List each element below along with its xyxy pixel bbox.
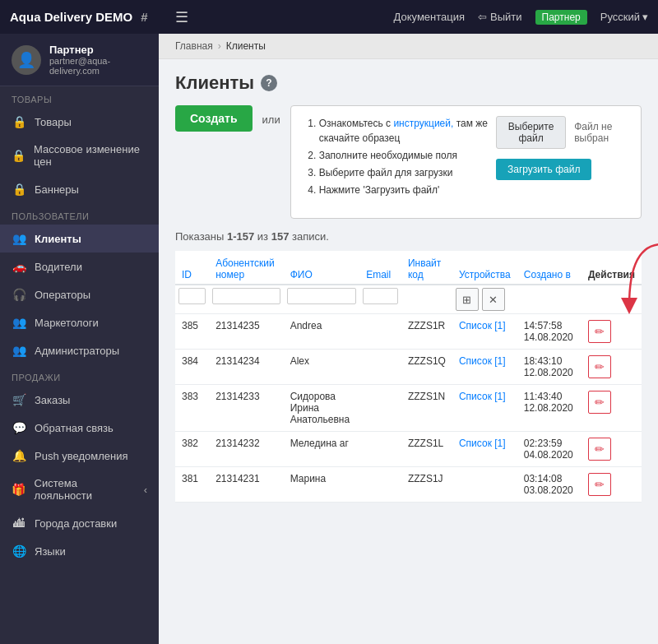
grid-icon-button[interactable]: ⊞ — [456, 288, 479, 311]
upload-button[interactable]: Загрузить файл — [496, 159, 591, 180]
devices-link[interactable]: Список [1] — [459, 391, 506, 402]
push-icon: 🔔 — [12, 449, 26, 462]
logout-button[interactable]: ⇦ Выйти — [478, 11, 522, 23]
col-subscriber[interactable]: Абонентскийномер — [209, 251, 283, 285]
edit-button[interactable]: ✏ — [588, 320, 611, 343]
col-name[interactable]: ФИО — [284, 251, 360, 285]
filter-name — [284, 285, 360, 314]
instruction-link[interactable]: инструкцией, — [393, 118, 453, 129]
sidebar-item-banners-label: Баннеры — [35, 183, 79, 196]
layout: 👤 Партнер partner@aqua-delivery.com Това… — [0, 34, 658, 644]
sidebar-item-languages-label: Языки — [35, 545, 66, 558]
sidebar-item-push[interactable]: 🔔 Push уведомления — [0, 442, 159, 470]
sidebar-item-orders[interactable]: 🛒 Заказы — [0, 386, 159, 414]
sidebar-item-feedback[interactable]: 💬 Обратная связь — [0, 414, 159, 442]
sidebar-item-clients[interactable]: 👥 Клиенты — [0, 225, 159, 253]
edit-button[interactable]: ✏ — [588, 355, 611, 378]
clients-table: ID Абонентскийномер ФИО Email Инвайткод … — [175, 251, 642, 503]
edit-button[interactable]: ✏ — [588, 438, 611, 461]
edit-button[interactable]: ✏ — [588, 391, 611, 414]
table-row: 382 21314232 Меледина аг ZZZS1L Список [… — [175, 432, 642, 467]
lang-label: Русский — [600, 11, 640, 23]
top-nav: Aqua Delivery DEMO # ☰ Документация ⇦ Вы… — [0, 0, 658, 34]
upload-steps: Ознакомьтесь с инструкцией, там же скача… — [304, 116, 488, 200]
edit-button[interactable]: ✏ — [588, 473, 611, 496]
col-devices: Устройства — [452, 251, 517, 285]
doc-link[interactable]: Документация — [394, 11, 466, 23]
upload-instructions: Ознакомьтесь с инструкцией, там же скача… — [304, 116, 628, 200]
lock-icon-goods: 🔒 — [12, 115, 26, 128]
sidebar-item-marketers[interactable]: 👥 Маркетологи — [0, 308, 159, 336]
sidebar-item-goods[interactable]: 🔒 Товары — [0, 108, 159, 136]
cell-subscriber: 21314235 — [209, 314, 283, 350]
cell-devices: Список [1] — [452, 385, 517, 432]
devices-link[interactable]: Список [1] — [459, 320, 506, 331]
upload-step-3: Выберите файл для загрузки — [319, 165, 488, 180]
hamburger-icon[interactable]: ☰ — [175, 8, 188, 26]
breadcrumb-home[interactable]: Главная — [175, 40, 213, 52]
sidebar-item-marketers-label: Маркетологи — [35, 317, 99, 329]
devices-link[interactable]: Список [1] — [459, 438, 506, 449]
cell-subscriber: 21314231 — [209, 467, 283, 503]
clear-icon-button[interactable]: ✕ — [482, 288, 505, 311]
feedback-icon: 💬 — [12, 421, 26, 434]
cell-id: 384 — [175, 350, 209, 385]
cell-devices: Список [1] — [452, 350, 517, 385]
sidebar-item-mass-price[interactable]: 🔒 Массовое изменение цен — [0, 136, 159, 175]
devices-link[interactable]: Список [1] — [459, 355, 506, 367]
create-button[interactable]: Создать — [175, 105, 253, 132]
cell-email — [359, 314, 401, 350]
cell-id: 385 — [175, 314, 209, 350]
cell-created: 18:43:10 12.08.2020 — [517, 350, 582, 385]
no-file-text: Файл не выбран — [574, 121, 628, 144]
sidebar-item-drivers[interactable]: 🚗 Водители — [0, 253, 159, 280]
upload-step-2: Заполните необходимые поля — [319, 148, 488, 163]
operators-icon: 🎧 — [12, 288, 26, 301]
cell-id: 383 — [175, 385, 209, 432]
cell-email — [359, 432, 401, 467]
sidebar-item-languages[interactable]: 🌐 Языки — [0, 537, 159, 565]
choose-file-button[interactable]: Выберите файл — [496, 116, 566, 149]
col-email[interactable]: Email — [359, 251, 401, 285]
sidebar-item-operators[interactable]: 🎧 Операторы — [0, 280, 159, 308]
cell-email — [359, 350, 401, 385]
help-icon[interactable]: ? — [261, 75, 277, 91]
avatar: 👤 — [12, 45, 41, 75]
records-range: 1-157 — [227, 230, 254, 243]
device-filter-icons: ⊞ ✕ — [456, 288, 514, 311]
filter-subscriber-input[interactable] — [212, 288, 280, 304]
page-title: Клиенты — [175, 72, 254, 94]
upload-step-4: Нажмите 'Загрузить файл' — [319, 183, 488, 197]
filter-email — [359, 285, 401, 314]
filter-invite — [401, 285, 452, 314]
languages-icon: 🌐 — [12, 544, 26, 558]
cell-id: 381 — [175, 467, 209, 503]
col-id[interactable]: ID — [175, 251, 209, 285]
sidebar-item-banners[interactable]: 🔒 Баннеры — [0, 175, 159, 203]
cell-invite: ZZZS1N — [401, 385, 452, 432]
sidebar-item-clients-label: Клиенты — [35, 233, 81, 245]
sidebar-item-admins[interactable]: 👥 Администраторы — [0, 336, 159, 364]
table-row: 383 21314233 Сидорова Ирина Анатольевна … — [175, 385, 642, 432]
sidebar-item-cities[interactable]: 🏙 Города доставки — [0, 509, 159, 537]
logout-label: Выйти — [490, 11, 522, 23]
filter-id-input[interactable] — [178, 288, 206, 304]
cell-devices — [452, 467, 517, 503]
filter-name-input[interactable] — [287, 288, 357, 304]
cell-name: Andrea — [284, 314, 360, 350]
table-body: 385 21314235 Andrea ZZZS1R Список [1] 14… — [175, 314, 642, 503]
col-created[interactable]: Создано в — [517, 251, 582, 285]
breadcrumb: Главная › Клиенты — [159, 34, 658, 59]
records-total: 157 — [271, 230, 290, 243]
cell-devices: Список [1] — [452, 314, 517, 350]
breadcrumb-separator: › — [218, 40, 221, 52]
table-header-row: ID Абонентскийномер ФИО Email Инвайткод … — [175, 251, 642, 285]
filter-email-input[interactable] — [363, 288, 398, 304]
filter-created — [517, 285, 582, 314]
cell-invite: ZZZS1J — [401, 467, 452, 503]
admins-icon: 👥 — [12, 344, 26, 357]
sidebar-item-loyalty[interactable]: 🎁 Система лояльности ‹ — [0, 470, 159, 509]
col-invite[interactable]: Инвайткод — [401, 251, 452, 285]
lang-select[interactable]: Русский ▾ — [600, 11, 648, 23]
logout-icon: ⇦ — [478, 11, 487, 23]
